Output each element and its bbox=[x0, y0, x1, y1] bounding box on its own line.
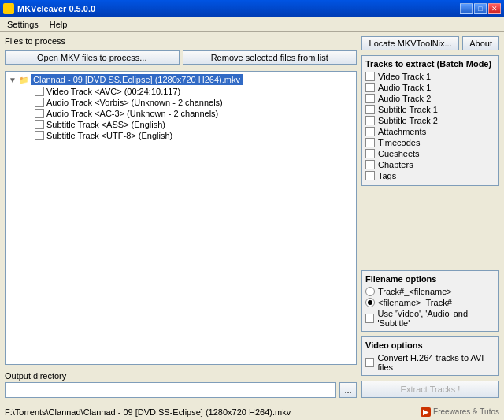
track-checkbox-1[interactable] bbox=[365, 83, 375, 92]
radio-label-1: <filename>_Track# bbox=[378, 298, 452, 307]
track-checkbox-6[interactable] bbox=[365, 138, 375, 147]
track-checkbox-0[interactable] bbox=[365, 72, 375, 81]
menu-settings[interactable]: Settings bbox=[5, 19, 41, 30]
status-watermark: ▶ Freewares & Tutos bbox=[421, 407, 499, 417]
track-checkbox-4[interactable] bbox=[365, 116, 375, 125]
convert-h264-item: Convert H.264 tracks to AVI files bbox=[365, 353, 495, 372]
output-section: Output directory ... bbox=[5, 371, 357, 398]
filename-options: Filename options Track#_<filename> <file… bbox=[361, 270, 499, 332]
menu-bar: Settings Help bbox=[0, 17, 504, 32]
track-label-9: Tags bbox=[378, 171, 396, 180]
tree-child-4-checkbox[interactable] bbox=[35, 131, 44, 140]
browse-button[interactable]: ... bbox=[339, 382, 357, 398]
output-row: ... bbox=[5, 382, 357, 398]
track-checkbox-7[interactable] bbox=[365, 149, 375, 158]
radio-label-0: Track#_<filename> bbox=[378, 287, 452, 296]
left-panel: Files to process Open MKV files to proce… bbox=[5, 36, 357, 398]
tree-child-1: Audio Track <Vorbis> (Unknown - 2 channe… bbox=[23, 97, 354, 108]
use-video-audio-subtitle-item: Use 'Video', 'Audio' and 'Subtitle' bbox=[365, 309, 495, 328]
tree-child-1-checkbox[interactable] bbox=[35, 98, 44, 107]
track-label-3: Subtitle Track 1 bbox=[378, 105, 438, 114]
tree-root-label[interactable]: Clannad - 09 [DVD SS.Eclipse] (1280x720 … bbox=[31, 74, 243, 85]
track-checkbox-8[interactable] bbox=[365, 160, 375, 169]
use-video-audio-subtitle-label: Use 'Video', 'Audio' and 'Subtitle' bbox=[377, 309, 495, 328]
app-title: MKVcleaver 0.5.0.0 bbox=[17, 4, 95, 13]
tree-child-4-label: Subtitle Track <UTF-8> (English) bbox=[46, 131, 172, 140]
tree-child-2-label: Audio Track <AC-3> (Unknown - 2 channels… bbox=[46, 109, 218, 118]
remove-files-button[interactable]: Remove selected files from list bbox=[183, 50, 358, 65]
track-label-0: Video Track 1 bbox=[378, 72, 431, 81]
track-label-4: Subtitle Track 2 bbox=[378, 116, 438, 125]
locate-mkvtoolnix-button[interactable]: Locate MKVToolNix... bbox=[361, 36, 459, 50]
tree-child-2-checkbox[interactable] bbox=[35, 109, 44, 118]
watermark-text: Freewares & Tutos bbox=[433, 407, 499, 416]
tree-child-4: Subtitle Track <UTF-8> (English) bbox=[23, 130, 354, 141]
output-directory-label: Output directory bbox=[5, 371, 357, 381]
track-item-2: Audio Track 2 bbox=[365, 94, 495, 103]
convert-h264-label: Convert H.264 tracks to AVI files bbox=[377, 353, 495, 372]
video-options-label: Video options bbox=[365, 340, 495, 350]
track-checkbox-2[interactable] bbox=[365, 94, 375, 103]
convert-h264-checkbox[interactable] bbox=[365, 358, 374, 367]
video-options: Video options Convert H.264 tracks to AV… bbox=[361, 336, 499, 376]
track-label-7: Cuesheets bbox=[378, 149, 420, 158]
extract-tracks-button[interactable]: Extract Tracks ! bbox=[361, 381, 499, 398]
tree-child-0: Video Track <AVC> (00:24:10.117) bbox=[23, 86, 354, 97]
right-top-buttons: Locate MKVToolNix... About bbox=[361, 36, 499, 50]
filename-options-label: Filename options bbox=[365, 274, 495, 284]
track-checkbox-9[interactable] bbox=[365, 171, 375, 180]
track-label-2: Audio Track 2 bbox=[378, 94, 431, 103]
track-item-0: Video Track 1 bbox=[365, 72, 495, 81]
radio-dot-0[interactable] bbox=[365, 287, 375, 296]
tracks-box: Tracks to extract (Batch Mode) Video Tra… bbox=[361, 55, 499, 186]
track-label-8: Chapters bbox=[378, 160, 413, 169]
app-icon bbox=[3, 3, 14, 14]
tree-child-1-label: Audio Track <Vorbis> (Unknown - 2 channe… bbox=[46, 98, 223, 107]
track-item-6: Timecodes bbox=[365, 138, 495, 147]
tree-root: ▼ 📁 Clannad - 09 [DVD SS.Eclipse] (1280x… bbox=[7, 73, 354, 86]
open-mkv-button[interactable]: Open MKV files to process... bbox=[5, 50, 180, 65]
track-item-9: Tags bbox=[365, 171, 495, 180]
status-path: F:\Torrents\Clannad\Clannad - 09 [DVD SS… bbox=[5, 407, 421, 417]
track-item-4: Subtitle Track 2 bbox=[365, 116, 495, 125]
tree-child-0-checkbox[interactable] bbox=[35, 87, 44, 96]
radio-dot-1[interactable] bbox=[365, 298, 375, 307]
use-video-audio-subtitle-checkbox[interactable] bbox=[365, 314, 374, 323]
tree-child-3: Subtitle Track <ASS> (English) bbox=[23, 119, 354, 130]
main-content: Files to process Open MKV files to proce… bbox=[0, 32, 504, 403]
track-item-7: Cuesheets bbox=[365, 149, 495, 158]
tree-child-3-checkbox[interactable] bbox=[35, 120, 44, 129]
minimize-button[interactable]: – bbox=[460, 3, 472, 14]
file-buttons: Open MKV files to process... Remove sele… bbox=[5, 50, 357, 65]
right-panel: Locate MKVToolNix... About Tracks to ext… bbox=[361, 36, 499, 398]
maximize-button[interactable]: □ bbox=[474, 3, 487, 14]
tracks-box-label: Tracks to extract (Batch Mode) bbox=[365, 59, 495, 69]
output-input[interactable] bbox=[5, 382, 336, 398]
track-label-5: Attachments bbox=[378, 127, 426, 136]
tree-child-2: Audio Track <AC-3> (Unknown - 2 channels… bbox=[23, 108, 354, 119]
close-button[interactable]: ✕ bbox=[488, 3, 501, 14]
radio-item-0: Track#_<filename> bbox=[365, 287, 495, 296]
title-bar: MKVcleaver 0.5.0.0 – □ ✕ bbox=[0, 0, 504, 17]
track-item-3: Subtitle Track 1 bbox=[365, 105, 495, 114]
radio-item-1: <filename>_Track# bbox=[365, 298, 495, 307]
tree-expand-icon[interactable]: ▼ bbox=[9, 76, 17, 84]
title-bar-title: MKVcleaver 0.5.0.0 bbox=[3, 3, 95, 14]
track-checkbox-5[interactable] bbox=[365, 127, 375, 136]
track-item-8: Chapters bbox=[365, 160, 495, 169]
track-label-1: Audio Track 1 bbox=[378, 83, 431, 92]
about-button[interactable]: About bbox=[462, 36, 499, 50]
tree-child-0-label: Video Track <AVC> (00:24:10.117) bbox=[46, 87, 180, 96]
tree-child-3-label: Subtitle Track <ASS> (English) bbox=[46, 120, 165, 129]
files-to-process-label: Files to process bbox=[5, 36, 357, 46]
watermark-logo: ▶ bbox=[421, 407, 431, 417]
tree-file-icon: 📁 bbox=[19, 76, 28, 84]
title-bar-controls: – □ ✕ bbox=[460, 3, 501, 14]
menu-help[interactable]: Help bbox=[47, 19, 70, 30]
spacer-box bbox=[361, 191, 499, 266]
status-bar: F:\Torrents\Clannad\Clannad - 09 [DVD SS… bbox=[0, 403, 504, 420]
track-item-1: Audio Track 1 bbox=[365, 83, 495, 92]
tree-children: Video Track <AVC> (00:24:10.117) Audio T… bbox=[23, 86, 354, 141]
track-checkbox-3[interactable] bbox=[365, 105, 375, 114]
file-tree: ▼ 📁 Clannad - 09 [DVD SS.Eclipse] (1280x… bbox=[5, 71, 357, 365]
